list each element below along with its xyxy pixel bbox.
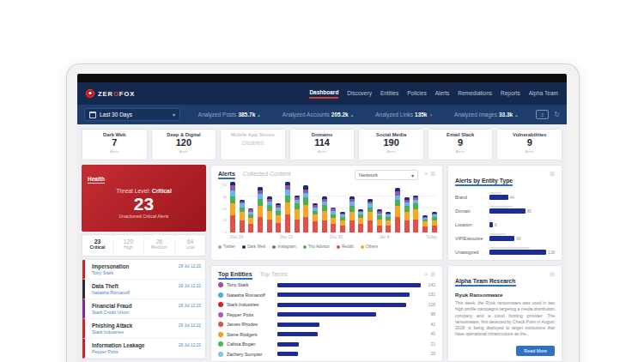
severity-tab-low[interactable]: 64Low xyxy=(174,235,205,256)
stacked-bar[interactable] xyxy=(303,185,308,232)
expand-icon[interactable]: ⊞ xyxy=(430,171,435,178)
stat-card-vulnerabilities[interactable]: Vulnerabilities9Alerts xyxy=(496,129,562,160)
stacked-bar[interactable] xyxy=(368,199,373,232)
nav-item-alpha-team[interactable]: Alpha Team xyxy=(529,90,558,98)
bar-segment-reddit xyxy=(248,224,253,232)
nav-item-remediations[interactable]: Remediations xyxy=(458,90,492,98)
analyzed-stat-analyzed-accounts: Analyzed Accounts205.2k▲ xyxy=(283,112,354,118)
severity-tab-critical[interactable]: 23Critical xyxy=(82,235,112,256)
date-range-select[interactable]: Last 30 Days ▾ xyxy=(84,108,180,121)
view-toggle-icon[interactable]: ≡ xyxy=(536,110,549,119)
stacked-bar[interactable] xyxy=(248,208,253,232)
alert-list-item-data-theft[interactable]: Data TheftNatasha Romanoff29 Jul 12:22 xyxy=(82,280,205,299)
top-entity-row-calista-bogan[interactable]: Calista Bogan21 xyxy=(218,340,435,349)
bar-segment-reddit xyxy=(322,220,327,232)
top-entity-row-pepper-potts[interactable]: Pepper Potts98 xyxy=(218,311,435,320)
bar-segment-reddit xyxy=(267,220,272,232)
entity-type-row-brand[interactable]: Brand44 xyxy=(455,192,555,201)
nav-item-discovery[interactable]: Discovery xyxy=(347,90,372,98)
nav-item-dashboard[interactable]: Dashboard xyxy=(309,89,338,99)
stat-card-sub: Alerts xyxy=(290,149,355,154)
zerofox-logo[interactable]: ZEROFOX xyxy=(86,89,135,98)
stacked-bar[interactable] xyxy=(285,182,290,232)
stacked-bar[interactable] xyxy=(358,209,363,232)
entity-bar-track xyxy=(277,293,421,297)
laptop-frame: ZEROFOX DashboardDiscoveryEntitiesPolici… xyxy=(66,63,580,362)
entity-type-row-unassigned[interactable]: Unassigned138 xyxy=(455,247,555,256)
date-range-value: Last 30 Days xyxy=(100,112,132,118)
top-entity-row-james-rhodes[interactable]: James Rhodes42 xyxy=(218,320,435,329)
stat-card-mobile-app-stores[interactable]: Mobile App StoresDisabled xyxy=(220,129,286,160)
top-entity-row-steve-rodgers[interactable]: Steve Rodgers40 xyxy=(218,330,435,340)
stat-card-social-media[interactable]: Social Media190Alerts xyxy=(358,129,424,160)
stat-card-deep-digital[interactable]: Deep & Digital120Alerts xyxy=(151,129,217,160)
top-entity-row-natasha-romanoff[interactable]: Natasha Romanoff131 xyxy=(218,291,435,300)
stacked-bar[interactable] xyxy=(331,208,336,232)
stacked-bar[interactable] xyxy=(395,188,400,232)
stacked-bar[interactable] xyxy=(349,196,355,232)
expand-icon[interactable]: ⊞ xyxy=(550,171,555,178)
stacked-bar[interactable] xyxy=(276,203,281,232)
entity-type-label: Domain xyxy=(455,208,489,214)
top-entity-row-zachery-sumpter[interactable]: Zachery Sumpter20 xyxy=(218,350,435,359)
top-entity-row-stark-industries[interactable]: Stark Industries128 xyxy=(218,300,435,310)
tab-collected-content[interactable]: Collected Content xyxy=(243,171,291,177)
stacked-bar[interactable] xyxy=(413,196,418,232)
stacked-bar[interactable] xyxy=(322,196,327,232)
entity-avatar xyxy=(218,322,223,327)
severity-count: 64 xyxy=(175,238,205,244)
stacked-bar[interactable] xyxy=(386,212,391,232)
stat-card-domains[interactable]: Domains114Alerts xyxy=(289,129,355,160)
entity-type-bar xyxy=(489,208,526,214)
bar-segment-others xyxy=(413,209,418,219)
list-view-icon[interactable]: ≡ xyxy=(424,171,428,178)
stacked-bar[interactable] xyxy=(230,182,235,232)
bar-segment-others xyxy=(377,220,382,226)
stat-card-email-slack[interactable]: Email Slack9Alerts xyxy=(428,129,494,160)
alert-list-item-impersonation[interactable]: ImpersonationTony Stark29 Jul 12:22 xyxy=(82,260,205,280)
network-dropdown[interactable]: Network ▾ xyxy=(355,170,418,180)
nav-item-reports[interactable]: Reports xyxy=(501,90,520,98)
stacked-bar[interactable] xyxy=(422,215,428,232)
alert-list-item-financial-fraud[interactable]: Financial FraudStark Credit Union29 Jul … xyxy=(82,299,205,319)
alert-list-item-information-leakage[interactable]: Information LeakagePepper Potts29 Jul 12… xyxy=(82,339,205,359)
entity-type-row-domain[interactable]: Domain85 xyxy=(455,206,555,214)
stacked-bar[interactable] xyxy=(340,212,345,232)
legend-item-reddit: Reddit xyxy=(337,244,354,249)
stacked-bar[interactable] xyxy=(432,212,437,232)
entity-type-row-vip-executive[interactable]: VIP/Executive60 xyxy=(455,233,555,242)
list-view-icon[interactable]: ≡ xyxy=(424,271,428,278)
top-entity-row-tony-stark[interactable]: Tony Stark142 xyxy=(218,281,435,290)
severity-tab-medium[interactable]: 26Medium xyxy=(143,235,174,256)
bar-segment-reddit xyxy=(432,226,437,232)
stacked-bar[interactable] xyxy=(267,196,272,232)
alert-entity-link[interactable]: Natasha Romanoff xyxy=(92,290,200,295)
expand-icon[interactable]: ⊞ xyxy=(430,271,435,278)
stacked-bar[interactable] xyxy=(313,203,318,232)
entity-type-row-location[interactable]: Location8 xyxy=(455,220,555,228)
tab-alerts[interactable]: Alerts xyxy=(218,171,235,179)
stat-card-sub: Alerts xyxy=(82,149,147,154)
nav-item-policies[interactable]: Policies xyxy=(407,90,426,98)
tab-top-terms[interactable]: Top Terms xyxy=(260,271,288,277)
alert-entity-link[interactable]: Stark Credit Union xyxy=(92,310,200,315)
stacked-bar[interactable] xyxy=(240,200,245,232)
stacked-bar[interactable] xyxy=(295,196,300,232)
tab-top-entities[interactable]: Top Entities xyxy=(218,271,252,280)
stacked-bar[interactable] xyxy=(377,209,382,232)
stacked-bar[interactable] xyxy=(404,197,410,232)
severity-tab-high[interactable]: 120High xyxy=(112,235,143,256)
nav-item-alerts[interactable]: Alerts xyxy=(435,90,450,98)
alert-entity-link[interactable]: Tony Stark xyxy=(92,270,200,275)
legend-item-trip-advisor: Trip Advisor xyxy=(303,244,330,249)
alert-list-item-phishing-attack[interactable]: Phishing AttackStark Industries29 Jul 12… xyxy=(82,319,205,339)
refresh-icon[interactable]: ↻ xyxy=(554,112,560,118)
read-more-button[interactable]: Read More xyxy=(516,346,555,356)
stacked-bar[interactable] xyxy=(258,187,263,232)
alert-entity-link[interactable]: Pepper Potts xyxy=(92,349,200,354)
stat-card-dark-web[interactable]: Dark Web7Alerts xyxy=(82,129,148,160)
alert-entity-link[interactable]: Stark Industries xyxy=(92,329,200,335)
nav-item-entities[interactable]: Entities xyxy=(380,90,398,98)
expand-icon[interactable]: ⊞ xyxy=(550,271,555,278)
alert-list: ImpersonationTony Stark29 Jul 12:22Data … xyxy=(82,259,206,359)
